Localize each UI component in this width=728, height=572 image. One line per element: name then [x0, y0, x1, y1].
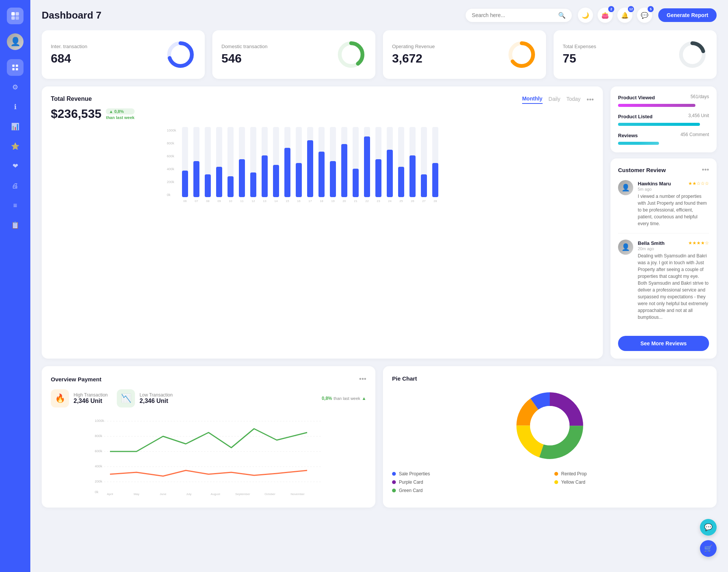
line-chart-svg: 1000k 800k 600k 400k 200k 0k April May J…	[51, 414, 366, 497]
reviewer-avatar-1: 👤	[618, 240, 633, 255]
svg-text:400k: 400k	[167, 167, 174, 171]
tab-today[interactable]: Today	[566, 96, 581, 103]
svg-rect-6	[13, 68, 15, 71]
revenue-title: Total Revenue	[51, 96, 92, 102]
float-chat-button[interactable]: 💬	[700, 519, 717, 536]
wallet-button[interactable]: 👛 2	[598, 8, 613, 23]
svg-text:200k: 200k	[95, 480, 102, 483]
avatar[interactable]: 👤	[7, 33, 24, 50]
sidebar-item-reports[interactable]: 📋	[7, 217, 24, 234]
payment-header: Overview Payment •••	[51, 375, 366, 383]
stat-value-revenue: 3,672	[392, 52, 435, 66]
header-icons: 🌙 👛 2 🔔 12 💬 5	[578, 8, 652, 23]
svg-text:1000k: 1000k	[167, 129, 176, 132]
legend-dot-sale	[392, 472, 396, 476]
svg-text:August: August	[211, 492, 221, 496]
generate-report-button[interactable]: Generate Report	[658, 8, 717, 22]
stars-0: ★★☆☆☆	[688, 181, 709, 186]
pie-chart-card: Pie Chart	[383, 366, 717, 508]
legend-dot-rented	[554, 472, 558, 476]
svg-text:26: 26	[411, 199, 414, 203]
legend-yellow-card: Yellow Card	[554, 480, 708, 485]
sidebar: 👤 ⚙ ℹ 📊 ⭐ ❤ 🖨 ≡ 📋	[0, 0, 30, 572]
svg-rect-35	[228, 176, 234, 197]
stat-card-revenue: Operating Revenue 3,672	[383, 30, 546, 79]
svg-text:May: May	[133, 492, 139, 496]
svg-rect-62	[330, 161, 336, 197]
dark-mode-toggle[interactable]: 🌙	[578, 8, 593, 23]
svg-rect-53	[296, 163, 302, 197]
legend-label-rented: Rented Prop	[561, 471, 587, 476]
high-transaction-stat: 🔥 High Transaction 2,346 Unit	[51, 389, 108, 407]
high-transaction-info: High Transaction 2,346 Unit	[74, 392, 108, 404]
svg-text:27: 27	[422, 199, 426, 203]
payment-stats: 🔥 High Transaction 2,346 Unit 📉 Low Tran…	[51, 389, 366, 407]
svg-text:07: 07	[195, 199, 198, 203]
svg-text:0k: 0k	[167, 193, 171, 197]
tab-daily[interactable]: Daily	[549, 96, 560, 103]
review-menu[interactable]: •••	[702, 166, 709, 174]
svg-text:October: October	[265, 492, 276, 496]
svg-rect-4	[13, 65, 15, 67]
right-panel: Product Viewed 561/days Product Listed 3…	[610, 86, 717, 359]
metric-bar-product-viewed	[618, 104, 695, 107]
float-cart-button[interactable]: 🛒	[700, 540, 717, 557]
sidebar-item-info[interactable]: ℹ	[7, 99, 24, 115]
notifications-button[interactable]: 🔔 12	[617, 8, 632, 23]
stat-label-domestic: Domestic transaction	[221, 44, 267, 49]
search-bar[interactable]: 🔍	[466, 9, 572, 22]
svg-rect-83	[410, 155, 416, 197]
stat-card-inter-transaction: Inter. transaction 684	[42, 30, 205, 79]
svg-text:16: 16	[297, 199, 301, 203]
low-transaction-value: 2,346 Unit	[140, 398, 173, 404]
low-transaction-stat: 📉 Low Transaction 2,346 Unit	[117, 389, 173, 407]
tab-monthly[interactable]: Monthly	[522, 96, 543, 104]
svg-rect-23	[182, 171, 188, 197]
svg-text:28: 28	[434, 199, 437, 203]
svg-text:08: 08	[206, 199, 210, 203]
donut-expenses	[677, 39, 708, 70]
sidebar-item-favorites[interactable]: ⭐	[7, 138, 24, 155]
legend-purple-card: Purple Card	[392, 480, 545, 485]
metric-product-viewed: Product Viewed 561/days	[618, 94, 709, 107]
payment-pct: 0,8% than last week ▲	[322, 389, 366, 407]
reviewer-name-1: Bella Smith	[638, 240, 665, 246]
reviewer-name-0: Hawkins Maru	[638, 181, 671, 186]
reviewer-avatar-0: 👤	[618, 180, 633, 195]
bottom-row: Overview Payment ••• 🔥 High Transaction …	[42, 366, 717, 508]
svg-text:1000k: 1000k	[95, 419, 104, 423]
svg-text:10: 10	[229, 199, 232, 203]
svg-rect-50	[284, 148, 290, 197]
revenue-sub: than last week	[106, 115, 134, 120]
search-icon: 🔍	[558, 12, 566, 19]
svg-text:11: 11	[240, 199, 244, 203]
revenue-tabs: Monthly Daily Today •••	[522, 96, 594, 104]
svg-text:20: 20	[343, 199, 346, 203]
svg-text:November: November	[291, 492, 305, 496]
revenue-menu[interactable]: •••	[587, 96, 594, 104]
sidebar-item-analytics[interactable]: 📊	[7, 118, 24, 135]
payment-menu[interactable]: •••	[359, 375, 366, 383]
svg-rect-7	[16, 68, 18, 71]
sidebar-item-print[interactable]: 🖨	[7, 177, 24, 194]
metric-bar-reviews	[618, 142, 659, 145]
sidebar-logo[interactable]	[7, 8, 24, 24]
svg-text:April: April	[107, 492, 113, 496]
sidebar-item-menu[interactable]: ≡	[7, 197, 24, 214]
messages-button[interactable]: 💬 5	[637, 8, 652, 23]
svg-rect-0	[11, 12, 15, 16]
search-input[interactable]	[472, 12, 555, 18]
content-grid: Total Revenue Monthly Daily Today ••• $2…	[42, 86, 717, 359]
see-more-reviews-button[interactable]: See More Reviews	[618, 336, 709, 351]
legend-green-card: Green Card	[392, 488, 545, 493]
sidebar-item-likes[interactable]: ❤	[7, 158, 24, 174]
sidebar-item-dashboard[interactable]	[7, 59, 24, 76]
sidebar-item-settings[interactable]: ⚙	[7, 79, 24, 96]
svg-rect-86	[421, 174, 427, 197]
legend-label-purple: Purple Card	[399, 480, 423, 485]
svg-rect-89	[432, 163, 438, 197]
pie-svg	[512, 388, 588, 464]
payment-title: Overview Payment	[51, 376, 101, 382]
review-text-0: I viewed a number of properties with Jus…	[638, 193, 709, 227]
svg-text:14: 14	[275, 199, 278, 203]
